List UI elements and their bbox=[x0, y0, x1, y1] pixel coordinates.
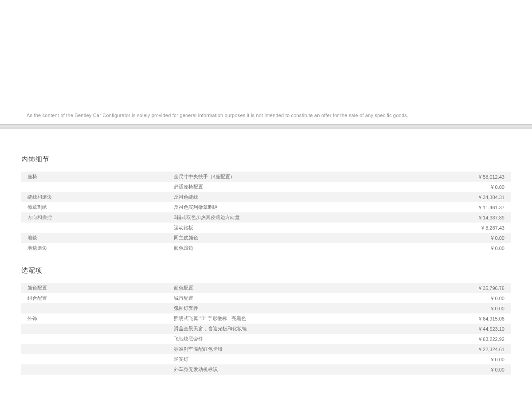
table-row: 组合配置 城市配置 ¥ 0.00 bbox=[21, 293, 511, 303]
row-price: ¥ 14,987.89 bbox=[442, 215, 505, 220]
row-category: 座椅 bbox=[27, 173, 174, 180]
row-price: ¥ 63,222.92 bbox=[442, 336, 505, 342]
row-price: ¥ 8,287.43 bbox=[442, 225, 505, 231]
row-description: 颜色配置 bbox=[174, 285, 442, 291]
row-price: ¥ 0.00 bbox=[442, 367, 505, 372]
table-row: 方向和操控 3辐式双色加热真皮镶边方向盘 ¥ 14,987.89 bbox=[21, 212, 511, 223]
row-price: ¥ 64,915.06 bbox=[442, 316, 505, 321]
table-row: 座椅 全尺寸中央扶手（4座配置） ¥ 58,012.43 bbox=[21, 172, 511, 182]
row-price: ¥ 11,461.37 bbox=[442, 205, 505, 210]
table-row: 徽章刺绣 反衬色宾利徽章刺绣 ¥ 11,461.37 bbox=[21, 202, 511, 212]
row-price: ¥ 0.00 bbox=[442, 246, 505, 251]
row-description: 舒适座椅配置 bbox=[174, 184, 442, 190]
table-row: 标准刹车碟配红色卡钳 ¥ 22,324.61 bbox=[21, 344, 511, 354]
row-description: 迎宾灯 bbox=[174, 356, 442, 363]
table-row: 外饰 照明式飞翼 "B" 字形徽标 - 亮黑色 ¥ 64,915.06 bbox=[21, 313, 511, 324]
table-row: 氛围灯套件 ¥ 0.00 bbox=[21, 303, 511, 313]
row-description: 反衬色缝线 bbox=[174, 194, 442, 200]
section-options: 选配项 颜色配置 颜色配置 ¥ 35,796.76 组合配置 城市配置 ¥ 0.… bbox=[21, 266, 511, 375]
table-row: 滑盖全景天窗，含遮光板和化妆镜 ¥ 44,523.10 bbox=[21, 324, 511, 334]
row-description: 同主皮颜色 bbox=[174, 235, 442, 241]
table-row: 迎宾灯 ¥ 0.00 bbox=[21, 354, 511, 364]
row-price: ¥ 0.00 bbox=[442, 357, 505, 362]
row-description: 城市配置 bbox=[174, 295, 442, 301]
content-area: 内饰细节 座椅 全尺寸中央扶手（4座配置） ¥ 58,012.43 舒适座椅配置… bbox=[0, 129, 532, 392]
row-category: 徽章刺绣 bbox=[27, 204, 174, 211]
table-row: 外车身无发动机标识 ¥ 0.00 bbox=[21, 364, 511, 375]
row-category: 缝线和滚边 bbox=[27, 194, 174, 200]
row-price: ¥ 0.00 bbox=[442, 184, 505, 190]
section-divider bbox=[0, 124, 532, 129]
row-description: 照明式飞翼 "B" 字形徽标 - 亮黑色 bbox=[174, 315, 442, 322]
row-description: 3辐式双色加热真皮镶边方向盘 bbox=[174, 214, 442, 221]
row-description: 滑盖全景天窗，含遮光板和化妆镜 bbox=[174, 325, 442, 332]
row-price: ¥ 58,012.43 bbox=[442, 174, 505, 180]
row-category: 组合配置 bbox=[27, 295, 174, 301]
row-description: 运动踏板 bbox=[174, 224, 442, 231]
row-price: ¥ 34,384.31 bbox=[442, 195, 505, 200]
row-category: 地毯 bbox=[27, 235, 174, 241]
row-description: 标准刹车碟配红色卡钳 bbox=[174, 346, 442, 352]
table-row: 地毯滚边 颜色滚边 ¥ 0.00 bbox=[21, 243, 511, 253]
row-price: ¥ 35,796.76 bbox=[442, 286, 505, 291]
table-row: 颜色配置 颜色配置 ¥ 35,796.76 bbox=[21, 283, 511, 293]
row-description: 反衬色宾利徽章刺绣 bbox=[174, 204, 442, 211]
table-row: 运动踏板 ¥ 8,287.43 bbox=[21, 223, 511, 233]
table-row: 缝线和滚边 反衬色缝线 ¥ 34,384.31 bbox=[21, 192, 511, 202]
row-category: 地毯滚边 bbox=[27, 245, 174, 251]
row-description: 外车身无发动机标识 bbox=[174, 366, 442, 373]
hero-area: As the content of the Bentley Car Config… bbox=[0, 0, 532, 124]
section-interior-details: 内饰细节 座椅 全尺寸中央扶手（4座配置） ¥ 58,012.43 舒适座椅配置… bbox=[21, 155, 511, 253]
section-title: 内饰细节 bbox=[21, 155, 511, 164]
row-price: ¥ 0.00 bbox=[442, 235, 505, 241]
row-description: 颜色滚边 bbox=[174, 245, 442, 251]
row-category: 外饰 bbox=[27, 315, 174, 322]
row-price: ¥ 0.00 bbox=[442, 296, 505, 301]
row-price: ¥ 0.00 bbox=[442, 306, 505, 311]
table-row: 飞驰炫黑套件 ¥ 63,222.92 bbox=[21, 334, 511, 344]
row-category: 方向和操控 bbox=[27, 214, 174, 221]
row-description: 全尺寸中央扶手（4座配置） bbox=[174, 173, 442, 180]
section-title: 选配项 bbox=[21, 266, 511, 275]
table-row: 地毯 同主皮颜色 ¥ 0.00 bbox=[21, 233, 511, 243]
row-price: ¥ 22,324.61 bbox=[442, 347, 505, 352]
table-row: 舒适座椅配置 ¥ 0.00 bbox=[21, 182, 511, 192]
row-price: ¥ 44,523.10 bbox=[442, 326, 505, 332]
disclaimer-text: As the content of the Bentley Car Config… bbox=[27, 113, 505, 118]
row-description: 飞驰炫黑套件 bbox=[174, 336, 442, 342]
row-description: 氛围灯套件 bbox=[174, 305, 442, 312]
row-category: 颜色配置 bbox=[27, 285, 174, 291]
